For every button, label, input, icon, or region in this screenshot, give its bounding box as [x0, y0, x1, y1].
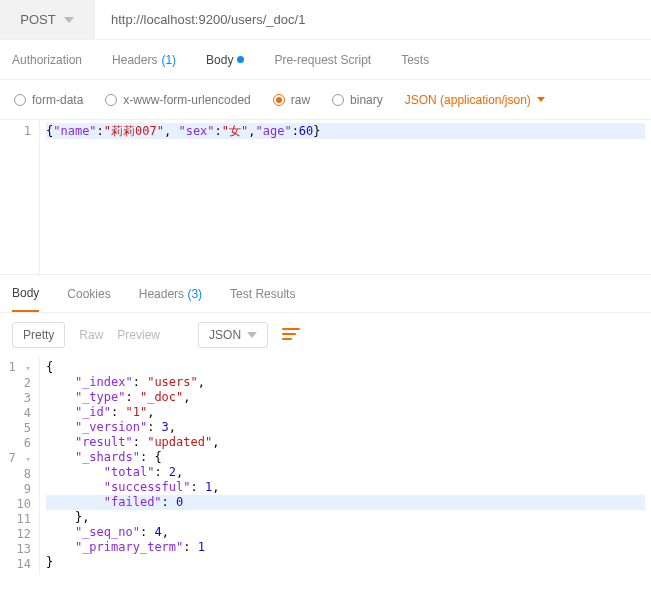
chevron-down-icon	[64, 17, 74, 23]
radio-icon	[105, 94, 117, 106]
response-body-editor: 1 ▾ 2 3 4 5 6 7 ▾ 8 9 10 11 12 13 14 { "…	[0, 357, 651, 575]
req-sex-value: "女"	[222, 124, 248, 138]
req-name-value: "莉莉007"	[104, 124, 164, 138]
line-gutter: 1	[0, 120, 40, 274]
code-area[interactable]: {"name":"莉莉007", "sex":"女","age":60}	[40, 120, 651, 274]
response-type-selector[interactable]: JSON	[198, 322, 268, 348]
code-line: {"name":"莉莉007", "sex":"女","age":60}	[46, 123, 645, 139]
resp-tab-body[interactable]: Body	[12, 286, 39, 312]
request-tab-bar: Authorization Headers (1) Body Pre-reque…	[0, 40, 651, 80]
chevron-down-icon	[537, 97, 545, 102]
radio-icon	[273, 94, 285, 106]
radio-raw[interactable]: raw	[273, 93, 310, 107]
radio-form-data[interactable]: form-data	[14, 93, 83, 107]
body-type-row: form-data x-www-form-urlencoded raw bina…	[0, 80, 651, 120]
response-format-row: Pretty Raw Preview JSON	[0, 313, 651, 357]
tab-body[interactable]: Body	[206, 53, 244, 67]
tab-headers[interactable]: Headers (1)	[112, 53, 176, 67]
wrap-lines-icon[interactable]	[282, 328, 300, 342]
chevron-down-icon	[247, 332, 257, 338]
tab-authorization[interactable]: Authorization	[12, 53, 82, 67]
format-raw[interactable]: Raw	[79, 328, 103, 342]
tab-prerequest[interactable]: Pre-request Script	[274, 53, 371, 67]
radio-icon	[332, 94, 344, 106]
tab-tests[interactable]: Tests	[401, 53, 429, 67]
response-tab-bar: Body Cookies Headers (3) Test Results	[0, 275, 651, 313]
http-method-label: POST	[20, 12, 55, 27]
radio-binary[interactable]: binary	[332, 93, 383, 107]
radio-xwww[interactable]: x-www-form-urlencoded	[105, 93, 250, 107]
request-url-input[interactable]: http://localhost:9200/users/_doc/1	[95, 0, 651, 39]
http-method-selector[interactable]: POST	[0, 0, 95, 39]
format-preview[interactable]: Preview	[117, 328, 160, 342]
request-url-text: http://localhost:9200/users/_doc/1	[111, 12, 305, 27]
body-modified-indicator	[237, 56, 244, 63]
content-type-selector[interactable]: JSON (application/json)	[405, 93, 545, 107]
format-pretty[interactable]: Pretty	[12, 322, 65, 348]
req-age-value: 60	[299, 124, 313, 138]
request-body-editor[interactable]: 1 {"name":"莉莉007", "sex":"女","age":60}	[0, 120, 651, 275]
resp-tab-headers[interactable]: Headers (3)	[139, 287, 202, 311]
resp-tab-cookies[interactable]: Cookies	[67, 287, 110, 311]
response-code[interactable]: { "_index": "users", "_type": "_doc", "_…	[40, 357, 651, 575]
radio-icon	[14, 94, 26, 106]
resp-tab-tests[interactable]: Test Results	[230, 287, 295, 311]
line-gutter: 1 ▾ 2 3 4 5 6 7 ▾ 8 9 10 11 12 13 14	[0, 357, 40, 575]
